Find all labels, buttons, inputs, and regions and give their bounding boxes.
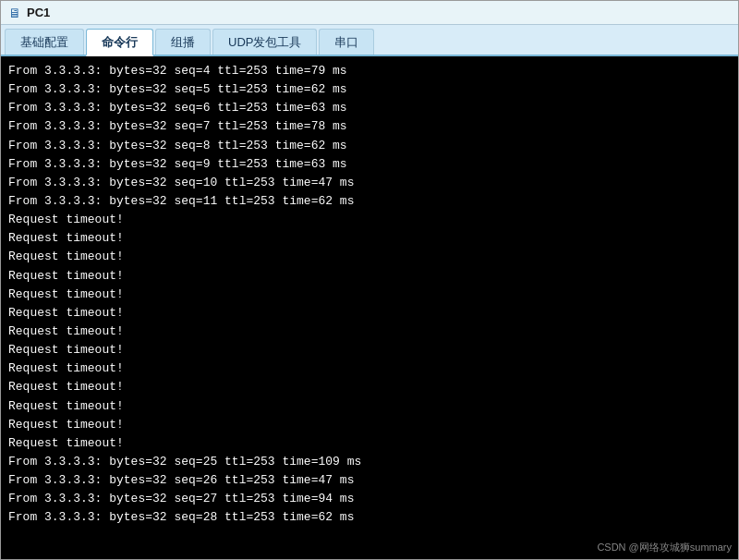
terminal-line: From 3.3.3.3: bytes=32 seq=10 ttl=253 ti… — [8, 174, 731, 192]
watermark: CSDN @网络攻城狮summary — [597, 541, 732, 554]
terminal-line: From 3.3.3.3: bytes=32 seq=8 ttl=253 tim… — [8, 137, 731, 155]
terminal-line: Request timeout! — [8, 378, 731, 396]
terminal-line: From 3.3.3.3: bytes=32 seq=27 ttl=253 ti… — [8, 490, 731, 508]
main-window: 🖥 PC1 基础配置命令行组播UDP发包工具串口 From 3.3.3.3: b… — [0, 0, 739, 560]
window-icon: 🖥 — [8, 6, 21, 20]
terminal-line: From 3.3.3.3: bytes=32 seq=7 ttl=253 tim… — [8, 117, 731, 136]
terminal-line: Request timeout! — [8, 286, 731, 304]
terminal-line: Request timeout! — [8, 359, 731, 378]
terminal-line: From 3.3.3.3: bytes=32 seq=6 ttl=253 tim… — [8, 99, 731, 117]
tab-udp-tool[interactable]: UDP发包工具 — [212, 29, 317, 55]
tab-serial[interactable]: 串口 — [319, 29, 374, 55]
terminal-line: Request timeout! — [8, 248, 731, 266]
tab-group-broadcast[interactable]: 组播 — [155, 29, 211, 55]
terminal-line: From 3.3.3.3: bytes=32 seq=4 ttl=253 tim… — [8, 62, 731, 80]
terminal-line: From 3.3.3.3: bytes=32 seq=25 ttl=253 ti… — [8, 453, 731, 471]
tab-cmdline[interactable]: 命令行 — [86, 29, 153, 56]
terminal-line: Request timeout! — [8, 416, 731, 434]
window-title: PC1 — [27, 6, 50, 19]
terminal-line: Request timeout! — [8, 304, 731, 323]
terminal-line: Request timeout! — [8, 341, 731, 359]
title-bar: 🖥 PC1 — [1, 1, 738, 25]
tabs-bar: 基础配置命令行组播UDP发包工具串口 — [1, 25, 738, 56]
terminal-line: Request timeout! — [8, 211, 731, 229]
terminal-line: Request timeout! — [8, 229, 731, 248]
terminal-line: From 3.3.3.3: bytes=32 seq=11 ttl=253 ti… — [8, 192, 731, 211]
terminal-line: From 3.3.3.3: bytes=32 seq=28 ttl=253 ti… — [8, 508, 731, 527]
terminal-line: Request timeout! — [8, 267, 731, 286]
terminal-output[interactable]: From 3.3.3.3: bytes=32 seq=4 ttl=253 tim… — [1, 56, 738, 559]
terminal-line: Request timeout! — [8, 397, 731, 416]
terminal-line: Request timeout! — [8, 323, 731, 341]
terminal-line: Request timeout! — [8, 434, 731, 453]
tab-basic[interactable]: 基础配置 — [5, 29, 84, 55]
terminal-line: From 3.3.3.3: bytes=32 seq=9 ttl=253 tim… — [8, 155, 731, 174]
terminal-line: From 3.3.3.3: bytes=32 seq=26 ttl=253 ti… — [8, 471, 731, 490]
terminal-line: From 3.3.3.3: bytes=32 seq=5 ttl=253 tim… — [8, 80, 731, 99]
